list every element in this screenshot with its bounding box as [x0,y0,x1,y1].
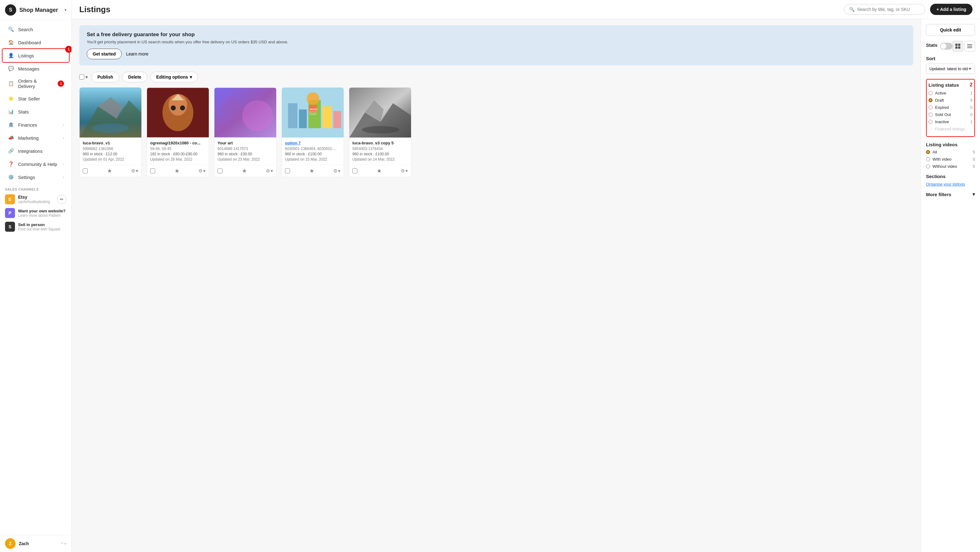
editing-options-button[interactable]: Editing options ▾ [150,72,198,82]
sidebar-item-settings[interactable]: ⚙️ Settings › [3,171,69,184]
etsy-info: Etsy zachchudleytesting [18,195,54,204]
sidebar-chevron-icon: ▾ [65,8,67,12]
marketing-arrow-icon: › [63,136,64,140]
quick-edit-button[interactable]: Quick edit [926,24,975,36]
listing-checkbox[interactable] [285,168,290,173]
status-draft-radio[interactable] [929,98,932,102]
sidebar-item-finances[interactable]: 🏦 Finances › [3,118,69,131]
etsy-edit-button[interactable]: ✏ [57,195,67,204]
listing-status-section: Listing status 2 Active 1 Draft 5 [926,79,975,137]
delete-button[interactable]: Delete [123,72,147,82]
user-profile[interactable]: Z Zach ^ ‹‹ [0,535,72,552]
sidebar-item-star-seller[interactable]: ⭐ Star Seller [3,92,69,105]
sidebar-item-dashboard[interactable]: 🏠 Dashboard [3,36,69,49]
listings-grid: luca-bravo_v1 5998682-1381056 960 in sto… [79,87,913,177]
finances-arrow-icon: › [63,123,64,127]
status-inactive-radio[interactable] [929,120,932,124]
page-title: Listings [79,5,839,14]
add-listing-button[interactable]: + Add a listing [930,4,972,15]
svg-rect-17 [322,106,332,128]
listing-gear-button[interactable]: ⚙ ▾ [266,168,273,174]
listing-gear-button[interactable]: ⚙ ▾ [401,168,408,174]
listing-gear-button[interactable]: ⚙ ▾ [333,168,340,174]
listing-body: luca-bravo_v1 5998682-1381056 960 in sto… [80,138,142,165]
search-box[interactable]: 🔍 [844,4,925,15]
listing-star-button[interactable]: ★ [175,168,180,174]
sidebar-item-messages[interactable]: 💬 Messages [3,62,69,75]
annotation-badge-2: 2 [970,82,972,88]
orders-badge: 1 [58,81,64,87]
community-arrow-icon: › [63,162,64,166]
svg-point-12 [224,97,242,116]
sort-select[interactable]: Updated: latest to old [926,63,975,74]
listing-name-link[interactable]: option 7 [285,141,340,145]
stats-toggle[interactable] [940,43,953,49]
organise-link[interactable]: Organise your listings [926,182,965,187]
sidebar-item-search[interactable]: 🔍 Search [3,23,69,36]
get-started-button[interactable]: Get started [87,49,122,59]
video-with-radio[interactable] [926,157,930,161]
status-inactive[interactable]: Inactive 1 [929,119,972,124]
sections-section: Sections Organise your listings [926,174,975,187]
video-all-radio[interactable] [926,150,930,154]
status-active-radio[interactable] [929,91,932,95]
sidebar-item-listings[interactable]: 👤 Listings 1 [3,49,69,62]
grid-view-button[interactable] [953,41,963,51]
sidebar-item-community[interactable]: ❓ Community & Help › [3,157,69,171]
list-view-button[interactable] [964,41,975,51]
video-with[interactable]: With video 0 [926,157,975,162]
video-all[interactable]: All 5 [926,150,975,154]
status-sold-out[interactable]: Sold Out 0 [929,112,972,117]
delivery-banner: Set a free delivery guarantee for your s… [79,25,913,65]
listing-id: 59-46, 59-45 [150,147,206,151]
listing-id: 5998682-1381056 [83,147,138,151]
video-without-count: 5 [973,164,975,169]
listing-checkbox[interactable] [218,168,223,173]
status-draft[interactable]: Draft 5 [929,98,972,103]
video-without-radio[interactable] [926,164,930,168]
more-filters[interactable]: More filters ▾ [926,192,975,197]
sidebar-label-settings: Settings [18,174,35,180]
svg-point-8 [171,105,176,110]
top-bar: Listings 🔍 + Add a listing [72,0,980,19]
sidebar-item-integrations[interactable]: 🔗 Integrations [3,144,69,157]
listing-checkbox[interactable] [83,168,88,173]
integrations-icon: 🔗 [8,148,14,154]
select-all-checkbox[interactable] [79,75,84,79]
listing-checkbox[interactable] [150,168,155,173]
video-without[interactable]: Without video 5 [926,164,975,169]
listing-checkbox[interactable] [352,168,357,173]
listing-star-button[interactable]: ★ [377,168,382,174]
sidebar-item-stats[interactable]: 📊 Stats [3,105,69,118]
listing-gear-button[interactable]: ⚙ ▾ [131,168,138,174]
status-active-label: Active [935,91,968,95]
publish-button[interactable]: Publish [91,72,119,82]
search-input[interactable] [857,7,920,12]
svg-point-11 [242,100,273,131]
learn-more-button[interactable]: Learn more [125,49,150,59]
editing-options-label: Editing options [156,75,188,79]
sidebar-label-community: Community & Help [18,162,57,167]
select-dropdown-arrow[interactable]: ▾ [85,73,88,81]
listing-star-button[interactable]: ★ [242,168,247,174]
listing-star-button[interactable]: ★ [309,168,314,174]
shop-manager-header[interactable]: S Shop Manager ▾ [0,0,72,20]
listing-gear-button[interactable]: ⚙ ▾ [199,168,206,174]
sidebar-item-orders[interactable]: 📋 Orders & Delivery 1 [3,75,69,92]
video-with-count: 0 [973,157,975,162]
listing-star-button[interactable]: ★ [107,168,112,174]
svg-text:THINGS: THINGS [309,113,317,115]
banner-desc: You'll get priority placement in US sear… [87,40,906,44]
status-active[interactable]: Active 1 [929,91,972,95]
video-with-label: With video [932,157,970,162]
listing-footer: ★ ⚙ ▾ [80,165,142,177]
more-filters-chevron-icon: ▾ [972,192,975,197]
sidebar-label-finances: Finances [18,122,37,128]
stats-row: Stats [926,41,975,51]
listing-stock: 960 in stock · £12.00 [83,152,138,156]
status-sold-out-radio[interactable] [929,113,932,117]
status-expired-radio[interactable] [929,105,932,109]
settings-arrow-icon: › [63,175,64,179]
status-expired[interactable]: Expired 0 [929,105,972,110]
sidebar-item-marketing[interactable]: 📣 Marketing › [3,131,69,144]
